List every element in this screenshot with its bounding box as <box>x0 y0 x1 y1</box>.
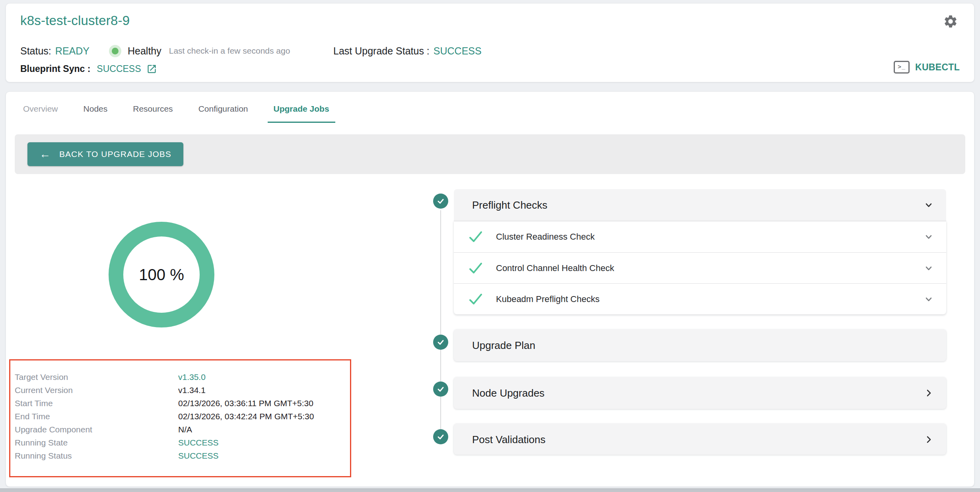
chevron-right-icon[interactable] <box>923 434 934 445</box>
stage-panel-preflight-checks: Preflight Checks <box>454 189 946 221</box>
cluster-header-card: k8s-test-cluster8-9 Status: READY Health… <box>6 3 974 82</box>
stage-header-node-upgrades[interactable]: Node Upgrades <box>454 377 946 409</box>
check-item-label: Control Channel Health Check <box>496 263 614 273</box>
check-item-label: Cluster Readiness Check <box>496 232 595 242</box>
stage-success-check-circle-icon <box>433 335 448 350</box>
check-item-label: Kubeadm Preflight Checks <box>496 294 599 304</box>
stage-success-check-circle-icon <box>433 194 448 209</box>
kubectl-label: KUBECTL <box>915 62 960 73</box>
stage-success-check-circle-icon <box>433 429 448 444</box>
kubectl-button[interactable]: >_ KUBECTL <box>894 58 960 76</box>
detail-row: Running State SUCCESS <box>10 436 350 449</box>
detail-value: 02/13/2026, 03:42:24 PM GMT+5:30 <box>178 412 314 421</box>
check-item-kubeadm-preflight[interactable]: Kubeadm Preflight Checks <box>454 283 946 314</box>
detail-label: Upgrade Component <box>10 425 178 434</box>
progress-percent: 100 % <box>139 266 184 284</box>
last-checkin-text: Last check-in a few seconds ago <box>169 46 290 56</box>
status-label: Status: <box>20 45 51 57</box>
tab-bar: Overview Nodes Resources Configuration U… <box>17 97 349 123</box>
last-upgrade-status: Last Upgrade Status : SUCCESS <box>333 44 482 58</box>
external-link-icon[interactable] <box>146 64 157 74</box>
detail-value: v1.34.1 <box>178 385 206 395</box>
tab-configuration[interactable]: Configuration <box>192 97 254 123</box>
stage-title: Post Validations <box>472 434 546 446</box>
blueprint-sync-label: Blueprint Sync : <box>20 64 90 74</box>
blueprint-sync-value[interactable]: SUCCESS <box>97 64 141 74</box>
health-label: Healthy <box>128 45 161 57</box>
stage-panel-post-validations: Post Validations <box>454 424 946 455</box>
check-icon <box>468 261 483 275</box>
stage-header-post-validations[interactable]: Post Validations <box>454 424 946 455</box>
detail-value: v1.35.0 <box>178 372 206 382</box>
status-row: Status: READY Healthy Last check-in a fe… <box>20 44 290 58</box>
detail-row: Upgrade Component N/A <box>10 423 350 436</box>
detail-value: 02/13/2026, 03:36:11 PM GMT+5:30 <box>178 399 313 408</box>
stage-header-upgrade-plan[interactable]: Upgrade Plan <box>454 329 946 361</box>
back-to-upgrade-jobs-button[interactable]: ← BACK TO UPGRADE JOBS <box>27 142 183 166</box>
chevron-down-icon[interactable] <box>923 294 934 305</box>
chevron-down-icon[interactable] <box>923 231 934 242</box>
detail-row: End Time 02/13/2026, 03:42:24 PM GMT+5:3… <box>10 410 350 423</box>
detail-value: SUCCESS <box>178 438 219 447</box>
horizontal-scrollbar[interactable] <box>0 488 980 492</box>
terminal-icon: >_ <box>894 61 910 74</box>
check-icon <box>468 230 483 244</box>
upgrade-job-details: Target Version v1.35.0 Current Version v… <box>9 359 351 477</box>
tab-nodes[interactable]: Nodes <box>78 97 114 123</box>
detail-value: SUCCESS <box>178 451 219 461</box>
cluster-content-card: Overview Nodes Resources Configuration U… <box>6 91 974 487</box>
page-title: k8s-test-cluster8-9 <box>20 13 130 28</box>
detail-row: Running Status SUCCESS <box>10 449 350 462</box>
tab-resources[interactable]: Resources <box>127 97 179 123</box>
detail-row: Target Version v1.35.0 <box>10 370 350 384</box>
check-item-control-channel-health[interactable]: Control Channel Health Check <box>454 252 946 283</box>
detail-label: Current Version <box>10 385 178 395</box>
detail-value: N/A <box>178 425 192 434</box>
back-button-label: BACK TO UPGRADE JOBS <box>59 149 171 159</box>
stage-header-preflight-checks[interactable]: Preflight Checks <box>454 189 946 221</box>
stage-title: Node Upgrades <box>472 387 544 399</box>
detail-row: Current Version v1.34.1 <box>10 384 350 397</box>
upgrade-jobs-toolbar: ← BACK TO UPGRADE JOBS <box>15 134 965 174</box>
last-upgrade-value: SUCCESS <box>434 45 482 57</box>
detail-label: Running Status <box>10 451 178 461</box>
detail-label: Running State <box>10 438 178 447</box>
stage-title: Upgrade Plan <box>472 339 535 352</box>
upgrade-progress-donut: 100 % <box>109 222 214 327</box>
stage-timeline-line <box>440 210 441 434</box>
settings-gear-icon[interactable] <box>943 14 958 29</box>
detail-label: End Time <box>10 412 178 421</box>
chevron-down-icon[interactable] <box>923 200 934 211</box>
chevron-down-icon[interactable] <box>923 263 934 274</box>
health-dot-icon <box>112 48 119 54</box>
last-upgrade-label: Last Upgrade Status : <box>333 45 430 57</box>
tab-upgrade-jobs[interactable]: Upgrade Jobs <box>268 97 335 123</box>
tab-overview[interactable]: Overview <box>17 97 64 123</box>
preflight-checks-list: Cluster Readiness Check Control Channel … <box>454 221 946 314</box>
chevron-right-icon[interactable] <box>923 387 934 399</box>
status-value: READY <box>55 45 89 57</box>
blueprint-sync-row: Blueprint Sync : SUCCESS <box>20 62 157 76</box>
stage-title: Preflight Checks <box>472 199 547 211</box>
detail-row: Start Time 02/13/2026, 03:36:11 PM GMT+5… <box>10 397 350 410</box>
detail-label: Start Time <box>10 399 178 408</box>
detail-label: Target Version <box>10 372 178 382</box>
back-arrow-icon: ← <box>39 149 51 160</box>
stage-success-check-circle-icon <box>433 382 448 397</box>
check-icon <box>468 292 483 306</box>
stage-panel-upgrade-plan: Upgrade Plan <box>454 329 946 361</box>
check-item-cluster-readiness[interactable]: Cluster Readiness Check <box>454 221 946 252</box>
stage-panel-node-upgrades: Node Upgrades <box>454 377 946 409</box>
